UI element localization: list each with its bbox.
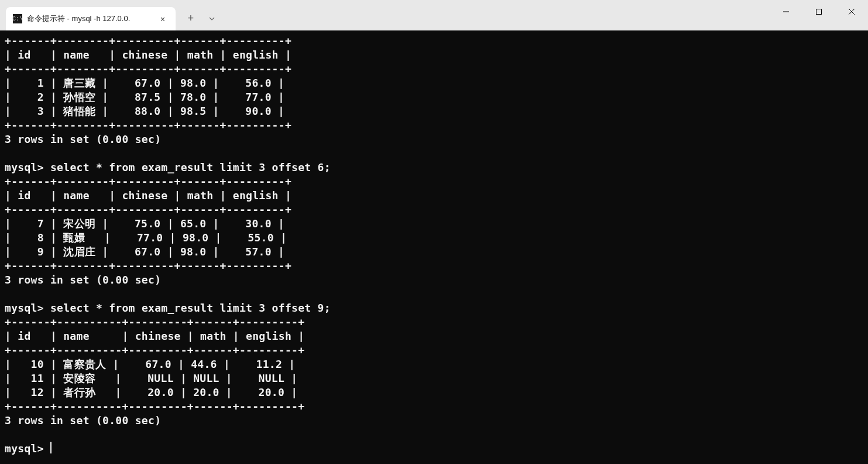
svg-rect-1 [816,9,822,15]
table-border: +------+--------+---------+------+------… [5,175,291,187]
prompt: mysql> [5,442,50,455]
query-text: select * from exam_result limit 3 offset… [50,161,331,173]
titlebar: C:\ 命令提示符 - mysql -h 127.0.0. ✕ + [0,0,868,30]
table-header: | id | name | chinese | math | english | [5,49,291,61]
table-border: +------+--------+---------+------+------… [5,63,291,75]
tab-title: 命令提示符 - mysql -h 127.0.0. [27,13,153,24]
table-border: +------+--------+---------+------+------… [5,35,291,47]
prompt: mysql> [5,302,50,314]
table-border: +------+--------+---------+------+------… [5,260,291,272]
prompt: mysql> [5,161,50,173]
table-border: +------+--------+---------+------+------… [5,119,291,131]
close-button[interactable] [835,0,868,23]
terminal-output[interactable]: +------+--------+---------+------+------… [0,30,868,459]
table-header: | id | name | chinese | math | english | [5,330,304,342]
table-row: | 1 | 唐三藏 | 67.0 | 98.0 | 56.0 | [5,77,284,89]
table-row: | 10 | 富察贵人 | 67.0 | 44.6 | 11.2 | [5,358,295,370]
table-row: | 11 | 安陵容 | NULL | NULL | NULL | [5,372,297,384]
tab-close-button[interactable]: ✕ [157,13,169,25]
status-text: 3 rows in set (0.00 sec) [5,274,161,286]
window-controls [770,0,868,23]
table-row: | 9 | 沈眉庄 | 67.0 | 98.0 | 57.0 | [5,245,284,258]
table-row: | 3 | 猪悟能 | 88.0 | 98.5 | 90.0 | [5,105,284,117]
tab-active[interactable]: C:\ 命令提示符 - mysql -h 127.0.0. ✕ [6,7,176,30]
tab-dropdown-button[interactable] [201,8,222,29]
status-text: 3 rows in set (0.00 sec) [5,414,161,427]
table-border: +------+----------+---------+------+----… [5,344,304,356]
table-row: | 12 | 者行孙 | 20.0 | 20.0 | 20.0 | [5,386,297,398]
cmd-icon: C:\ [13,14,22,23]
query-text: select * from exam_result limit 3 offset… [50,302,331,314]
table-header: | id | name | chinese | math | english | [5,189,291,202]
cursor [50,442,52,453]
table-row: | 8 | 甄嬛 | 77.0 | 98.0 | 55.0 | [5,231,287,244]
table-border: +------+----------+---------+------+----… [5,400,304,412]
table-border: +------+----------+---------+------+----… [5,316,304,328]
minimize-button[interactable] [770,0,802,23]
table-row: | 2 | 孙悟空 | 87.5 | 78.0 | 77.0 | [5,91,284,103]
table-row: | 7 | 宋公明 | 75.0 | 65.0 | 30.0 | [5,217,284,230]
status-text: 3 rows in set (0.00 sec) [5,133,161,145]
maximize-button[interactable] [802,0,835,23]
table-border: +------+--------+---------+------+------… [5,203,291,216]
new-tab-button[interactable]: + [180,8,201,29]
